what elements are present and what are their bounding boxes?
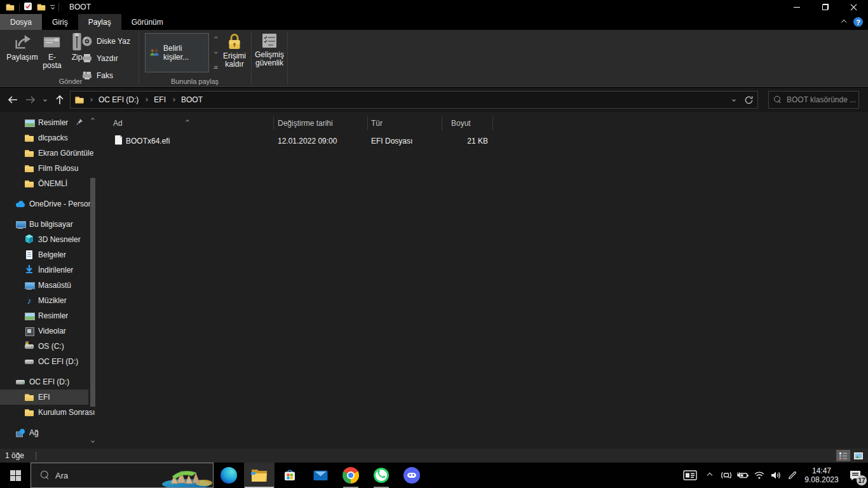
search-highlight-image[interactable]: [159, 463, 213, 488]
taskbar-clock[interactable]: 14:47 9.08.2023: [801, 466, 843, 484]
new-folder-icon[interactable]: [37, 3, 46, 11]
tab-gorunum[interactable]: Görünüm: [121, 14, 173, 30]
sidebar-item-ag[interactable]: Ağ: [0, 425, 100, 440]
burn-disc-icon: [81, 36, 93, 47]
desktop-icon: [24, 280, 34, 290]
collapse-ribbon-icon[interactable]: [841, 19, 846, 24]
customize-toolbar-icon[interactable]: [50, 5, 55, 9]
taskbar-whatsapp-icon[interactable]: [366, 463, 397, 488]
news-widget-icon[interactable]: [679, 463, 702, 488]
details-view-button[interactable]: [836, 450, 850, 461]
documents-icon: [24, 250, 34, 260]
minimize-button[interactable]: [782, 0, 811, 14]
column-header-type[interactable]: Tür: [371, 115, 437, 132]
address-bar[interactable]: OC EFI (D:) EFI BOOT: [70, 91, 758, 109]
search-placeholder: BOOT klasöründe ...: [787, 95, 856, 104]
explorer-content: Resimler dlcpacks Ekran Görüntüle Film R…: [0, 112, 868, 449]
search-box[interactable]: BOOT klasöründe ...: [768, 91, 859, 109]
taskbar-discord-icon[interactable]: [397, 463, 427, 488]
sidebar-item-belgeler[interactable]: Belgeler: [0, 247, 100, 262]
pin-icon: [76, 118, 83, 127]
people-icon: [149, 48, 159, 58]
sidebar-item-masaustu[interactable]: Masaüstü: [0, 278, 100, 293]
breadcrumb-segment[interactable]: BOOT: [181, 95, 203, 104]
taskbar-search-box[interactable]: Ara: [31, 463, 214, 488]
properties-icon[interactable]: [24, 2, 32, 13]
sidebar-item-ekran-goruntule[interactable]: Ekran Görüntüle: [0, 146, 100, 161]
scroll-down-icon[interactable]: [214, 50, 218, 54]
tray-battery-icon[interactable]: [735, 463, 751, 488]
chevron-right-icon[interactable]: [89, 98, 93, 102]
forward-button[interactable]: [22, 91, 39, 109]
scrollbar-down-icon[interactable]: [90, 438, 95, 444]
tab-dosya[interactable]: Dosya: [0, 14, 42, 30]
burn-disc-button[interactable]: Diske Yaz: [81, 34, 130, 49]
sidebar-item-resimler-quick[interactable]: Resimler: [0, 115, 100, 130]
remove-access-button[interactable]: Erişimi kaldır: [220, 32, 249, 69]
sidebar-item-onemli[interactable]: ÖNEMLİ: [0, 176, 100, 191]
notification-count-badge: 17: [857, 475, 867, 485]
sidebar-item-onedrive[interactable]: OneDrive - Person: [0, 196, 100, 212]
tray-wifi-icon[interactable]: [751, 463, 768, 488]
restore-button[interactable]: [811, 0, 839, 14]
sidebar-item-3d-nesneler[interactable]: 3D Nesneler: [0, 232, 100, 247]
tab-paylas[interactable]: Paylaş: [78, 14, 121, 30]
tray-connect-icon[interactable]: [718, 463, 735, 488]
share-more-icon[interactable]: [214, 65, 218, 69]
breadcrumb-segment[interactable]: OC EFI (D:): [98, 95, 139, 104]
hidden-icons-chevron[interactable]: [702, 463, 718, 488]
sidebar-item-muzikler[interactable]: ♪Müzikler: [0, 293, 100, 308]
start-button[interactable]: [0, 463, 31, 488]
sidebar-item-oc-efi-d-root[interactable]: OC EFI (D:): [0, 374, 100, 390]
sidebar-item-indirilenler[interactable]: İndirilenler: [0, 262, 100, 278]
drive-icon: [15, 377, 25, 387]
desktop-screen: BOOT Dosya Giriş Paylaş Görünüm ? Paylaş…: [0, 0, 868, 488]
back-button[interactable]: [4, 91, 22, 109]
onedrive-icon: [15, 199, 25, 209]
chevron-right-icon[interactable]: [172, 98, 175, 102]
tab-giris[interactable]: Giriş: [42, 14, 78, 30]
column-header-modified[interactable]: Değiştirme tarihi: [278, 115, 363, 132]
sidebar-item-efi[interactable]: EFI: [0, 390, 88, 405]
tray-pen-icon[interactable]: [784, 463, 801, 488]
advanced-security-button[interactable]: Gelişmiş güvenlik: [253, 32, 286, 67]
sidebar-item-resimler[interactable]: Resimler: [0, 308, 100, 323]
address-dropdown-icon[interactable]: [732, 98, 736, 102]
scrollbar-thumb[interactable]: [90, 178, 95, 407]
tray-volume-icon[interactable]: [768, 463, 784, 488]
chevron-right-icon[interactable]: [144, 98, 148, 102]
sidebar-item-film-rulosu[interactable]: Film Rulosu: [0, 161, 100, 176]
help-icon[interactable]: ?: [853, 17, 863, 27]
sidebar-item-kurulum-sonrasi[interactable]: Kurulum Sonrası: [0, 405, 100, 420]
taskbar-chrome-icon[interactable]: [336, 463, 366, 488]
file-type: EFI Dosyası: [371, 137, 412, 146]
sidebar-item-os-c[interactable]: OS (C:): [0, 339, 100, 354]
column-header-name[interactable]: Ad: [113, 115, 273, 132]
column-header-size[interactable]: Boyut: [451, 115, 488, 132]
refresh-icon[interactable]: [744, 95, 754, 105]
separator: [36, 452, 36, 460]
sidebar-item-bu-bilgisayar[interactable]: Bu bilgisayar: [0, 217, 100, 232]
email-button[interactable]: E-posta: [38, 32, 66, 70]
folder-icon: [24, 163, 34, 173]
up-button[interactable]: [51, 91, 69, 109]
sidebar-item-videolar[interactable]: Videolar: [0, 323, 100, 339]
taskbar-edge-icon[interactable]: [214, 463, 244, 488]
sidebar-scrollbar[interactable]: [89, 112, 97, 449]
taskbar-store-icon[interactable]: [275, 463, 305, 488]
breadcrumb-segment[interactable]: EFI: [154, 95, 166, 104]
share-specific-people-tile[interactable]: Belirli kişiler...: [145, 33, 209, 72]
print-button[interactable]: Yazdır: [81, 51, 130, 66]
notification-center-button[interactable]: 17: [843, 463, 868, 488]
taskbar-file-explorer-icon[interactable]: [244, 463, 275, 488]
taskbar-mail-icon[interactable]: [305, 463, 336, 488]
thumbnail-view-button[interactable]: [851, 450, 865, 461]
close-button[interactable]: [839, 0, 868, 14]
sidebar-item-dlcpacks[interactable]: dlcpacks: [0, 130, 100, 146]
sidebar-item-oc-efi-d[interactable]: OC EFI (D:): [0, 354, 100, 369]
recent-locations-icon[interactable]: [39, 91, 51, 109]
scrollbar-up-icon[interactable]: [90, 117, 95, 122]
scroll-up-icon[interactable]: [214, 36, 218, 40]
clock-time: 14:47: [801, 466, 843, 475]
share-button[interactable]: Paylaşım: [5, 32, 39, 62]
